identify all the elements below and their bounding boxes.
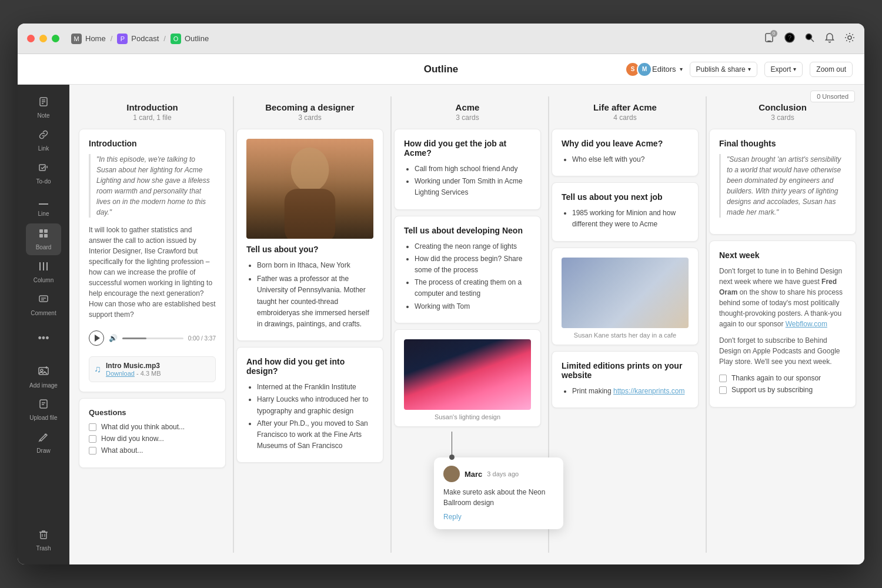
card-title-next-job: Tell us about you next job: [562, 192, 689, 202]
sidebar-item-note[interactable]: Note: [26, 92, 61, 123]
sidebar-item-column[interactable]: Column: [26, 256, 61, 288]
editors-button[interactable]: S M Editors ▾: [625, 62, 682, 77]
minimize-button[interactable]: [39, 35, 47, 42]
design-bullets: Interned at the Franklin Institute Harry…: [246, 382, 373, 452]
next-job-bullets: 1985 working for Minion and how differen…: [562, 208, 689, 230]
play-button[interactable]: [89, 330, 104, 346]
close-button[interactable]: [27, 35, 35, 42]
cb-sponsor[interactable]: [719, 375, 727, 382]
maximize-button[interactable]: [52, 35, 59, 42]
question-3-text: What about...: [101, 446, 143, 455]
svg-point-36: [291, 148, 329, 192]
breadcrumb-podcast-label: Podcast: [131, 34, 159, 43]
svg-rect-37: [285, 189, 335, 239]
audio-time: 0:00 / 3:37: [188, 335, 216, 342]
column-life-acme: Life after Acme 4 cards Why did you leav…: [552, 96, 699, 553]
acme-job-bullets: Call from high school friend Andy Workin…: [404, 163, 531, 199]
search-icon[interactable]: [804, 32, 815, 45]
sidebar-item-trash[interactable]: Trash: [26, 524, 61, 556]
card-title-final: Final thoughts: [719, 139, 846, 148]
card-quote-introduction: "In this episode, we're talking to Susan…: [89, 154, 216, 218]
sidebar-item-comment[interactable]: Comment: [26, 289, 61, 321]
comment-header: Marc 3 days ago: [443, 466, 554, 482]
cb-subscribe-label: Support us by subscribing: [731, 386, 813, 394]
file-size: -: [136, 370, 141, 377]
file-download-link[interactable]: Download: [106, 370, 135, 377]
neon-bullet-1: Creating the neon range of lights: [415, 241, 531, 252]
guest-name: Fred Oram: [719, 278, 837, 296]
card-prints: Limited editions prints on your website …: [552, 351, 699, 408]
breadcrumb-home-label: Home: [85, 34, 106, 43]
device-badge: 0: [770, 30, 777, 37]
export-button[interactable]: Export ▾: [764, 62, 803, 77]
sidebar-note-label: Note: [37, 112, 49, 119]
comment-user-info: Marc: [465, 470, 482, 479]
col-meta-life-acme: 4 cards: [552, 113, 699, 122]
cb-subscribe[interactable]: [719, 386, 727, 394]
webflow-link[interactable]: Webflow.com: [786, 320, 827, 328]
card-title-tell-us: Tell us about you?: [246, 245, 373, 254]
bell-icon[interactable]: [824, 32, 835, 45]
breadcrumb-home[interactable]: M Home: [71, 34, 106, 44]
sidebar-item-more[interactable]: •••: [26, 322, 61, 354]
card-leave-acme: Why did you leave Acme? Who else left wi…: [552, 129, 699, 176]
lighting-caption: Susan's lighting design: [404, 413, 531, 420]
sidebar-item-link[interactable]: Link: [26, 125, 61, 156]
card-body-introduction: It will look to gather statistics and an…: [89, 225, 216, 320]
karen-prints-link[interactable]: https://karenprints.com: [613, 387, 684, 395]
svg-rect-16: [44, 229, 48, 233]
comment-arrow-line: [452, 432, 452, 457]
questions-title: Questions: [89, 408, 216, 417]
zoom-button[interactable]: Zoom out: [810, 62, 853, 77]
svg-rect-32: [41, 532, 46, 539]
card-next-week: Next week Don't forget to tune in to Beh…: [709, 240, 856, 407]
susan-image: [562, 258, 689, 328]
more-icon: •••: [38, 332, 49, 345]
col-title-conclusion: Conclusion: [709, 102, 856, 112]
comment-reply-button[interactable]: Reply: [443, 513, 554, 521]
breadcrumb-podcast[interactable]: P Podcast: [117, 34, 159, 44]
sidebar-item-line[interactable]: Line: [26, 191, 61, 222]
draw-icon: [38, 432, 49, 445]
sidebar-item-draw[interactable]: Draw: [26, 427, 61, 459]
col-title-life-acme: Life after Acme: [552, 102, 699, 112]
column-designer: Becoming a designer 3 cards: [236, 96, 383, 553]
settings-icon[interactable]: [844, 32, 855, 45]
col-meta-introduction: 1 card, 1 file: [79, 113, 226, 122]
card-acme-job: How did you get the job at Acme? Call fr…: [394, 129, 541, 210]
comment-arrow-dot: [449, 455, 455, 460]
question-1-text: What did you think about...: [101, 423, 185, 431]
svg-rect-11: [39, 165, 45, 171]
question-3: What about...: [89, 446, 216, 455]
checkbox-1[interactable]: [89, 423, 96, 431]
publish-button[interactable]: Publish & share ▾: [690, 62, 757, 77]
checkbox-2[interactable]: [89, 435, 96, 443]
outline-icon: O: [171, 34, 181, 44]
sidebar-item-todo[interactable]: To-do: [26, 158, 61, 189]
file-meta: Download - 4.3 MB: [106, 370, 161, 377]
comment-text: Make sureto ask about the Neon Ballroom …: [443, 487, 554, 508]
volume-icon[interactable]: 🔊: [109, 334, 118, 342]
tell-us-bullets: Born born in Ithaca, New York Father was…: [246, 260, 373, 330]
sidebar-item-add-image[interactable]: Add image: [26, 361, 61, 393]
card-title-introduction: Introduction: [89, 139, 216, 148]
help-icon[interactable]: ?: [784, 32, 795, 45]
checkbox-3[interactable]: [89, 447, 96, 455]
sidebar-item-upload[interactable]: Upload file: [26, 394, 61, 426]
device-icon[interactable]: 0: [764, 32, 775, 45]
sidebar-item-board[interactable]: Board: [26, 223, 61, 255]
sidebar-board-label: Board: [36, 244, 52, 250]
checkbox-sponsor: Thanks again to our sponsor: [719, 374, 846, 382]
svg-rect-22: [39, 296, 48, 302]
breadcrumb-outline[interactable]: O Outline: [171, 34, 209, 44]
designer-image: [246, 139, 373, 239]
column-icon: [38, 261, 49, 275]
audio-progress[interactable]: [122, 338, 183, 339]
card-introduction-main: Introduction "In this episode, we're tal…: [79, 129, 226, 392]
col-header-designer: Becoming a designer 3 cards: [236, 96, 383, 129]
line-icon: [38, 196, 49, 208]
sidebar-column-label: Column: [34, 277, 54, 283]
card-title-next-week: Next week: [719, 250, 846, 260]
add-image-icon: [38, 365, 49, 380]
sidebar-upload-label: Upload file: [29, 415, 57, 421]
